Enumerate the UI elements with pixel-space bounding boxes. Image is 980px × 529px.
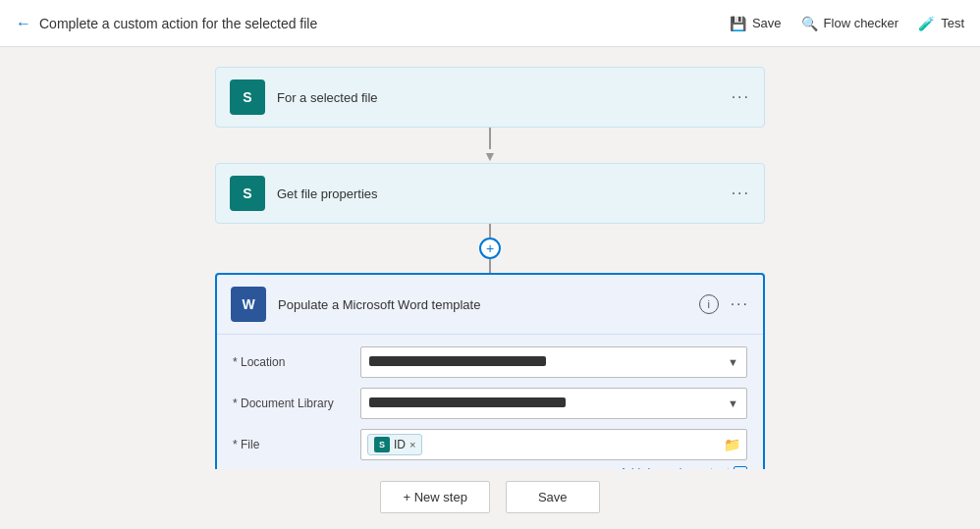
arrow-head-1: ▼ xyxy=(483,149,497,163)
save-button[interactable]: Save xyxy=(506,481,600,513)
arrow-1: ▼ xyxy=(483,128,497,163)
flow-checker-label: Flow checker xyxy=(824,16,899,30)
back-button[interactable]: ← xyxy=(16,15,31,32)
flow-checker-action[interactable]: 🔍 Flow checker xyxy=(801,16,899,31)
topbar: ← Complete a custom action for the selec… xyxy=(0,0,980,47)
save-label: Save xyxy=(752,16,782,30)
bottom-bar: + New step Save xyxy=(0,469,980,529)
word-template-block: W Populate a Microsoft Word template i ·… xyxy=(215,273,765,469)
plus-line-bottom xyxy=(489,259,491,273)
new-step-button[interactable]: + New step xyxy=(380,481,489,513)
plus-line-top xyxy=(489,224,491,238)
file-tag-close-button[interactable]: × xyxy=(409,439,415,450)
word-block-actions: i ··· xyxy=(699,294,749,314)
test-icon: 🧪 xyxy=(918,16,935,31)
save-icon: 💾 xyxy=(730,16,746,31)
test-action[interactable]: 🧪 Test xyxy=(918,16,964,31)
test-label: Test xyxy=(941,16,964,30)
get-props-block-icon: S xyxy=(230,176,265,211)
file-field[interactable]: S ID × 📁 xyxy=(360,429,747,460)
flow-checker-icon: 🔍 xyxy=(801,16,818,31)
get-props-block: S Get file properties ··· xyxy=(215,163,765,224)
doc-library-redacted xyxy=(369,397,566,407)
file-label: * File xyxy=(233,438,360,451)
location-row: * Location ▼ xyxy=(233,346,747,378)
canvas: S For a selected file ··· ▼ S Get file p… xyxy=(0,47,980,469)
word-block-header: W Populate a Microsoft Word template i ·… xyxy=(217,275,763,335)
folder-icon[interactable]: 📁 xyxy=(724,437,740,452)
doc-library-value xyxy=(369,397,728,410)
doc-library-label: * Document Library xyxy=(233,397,360,410)
location-value xyxy=(369,355,728,369)
word-block-icon: W xyxy=(231,287,266,322)
flow-container: S For a selected file ··· ▼ S Get file p… xyxy=(195,67,785,469)
trigger-block-title: For a selected file xyxy=(277,90,732,105)
word-block-body: * Location ▼ * Document Library xyxy=(217,335,763,469)
location-redacted xyxy=(369,356,546,366)
location-label: * Location xyxy=(233,355,360,369)
topbar-right: 💾 Save 🔍 Flow checker 🧪 Test xyxy=(730,16,964,31)
page-title: Complete a custom action for the selecte… xyxy=(39,16,317,31)
plus-connector: + xyxy=(479,224,501,273)
doc-library-dropdown[interactable]: ▼ xyxy=(360,388,747,419)
get-props-block-menu[interactable]: ··· xyxy=(732,185,750,202)
location-chevron-icon: ▼ xyxy=(728,356,738,368)
trigger-block: S For a selected file ··· xyxy=(215,67,765,128)
location-dropdown[interactable]: ▼ xyxy=(360,346,747,378)
file-tag-icon: S xyxy=(374,437,390,452)
word-block-title: Populate a Microsoft Word template xyxy=(278,297,699,312)
info-button[interactable]: i xyxy=(699,294,719,314)
doc-library-row: * Document Library ▼ xyxy=(233,388,747,419)
save-action[interactable]: 💾 Save xyxy=(730,16,782,31)
file-tag: S ID × xyxy=(367,434,422,455)
trigger-block-icon: S xyxy=(230,79,265,115)
file-tag-text: ID xyxy=(394,438,406,451)
topbar-left: ← Complete a custom action for the selec… xyxy=(16,15,730,32)
add-step-button[interactable]: + xyxy=(479,238,501,259)
word-block-menu[interactable]: ··· xyxy=(731,295,749,313)
arrow-line-1 xyxy=(489,128,491,149)
trigger-block-menu[interactable]: ··· xyxy=(732,88,750,106)
get-props-block-title: Get file properties xyxy=(277,186,732,201)
file-row: * File S ID × 📁 xyxy=(233,429,747,460)
doc-library-chevron-icon: ▼ xyxy=(728,397,738,409)
